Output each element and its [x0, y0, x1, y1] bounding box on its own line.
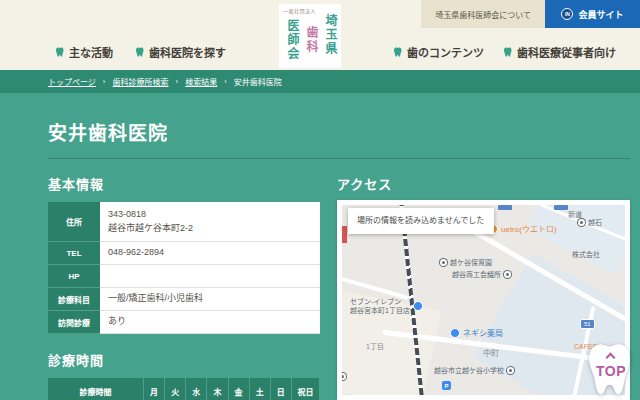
map-label-company: 株式会社 [572, 249, 600, 259]
breadcrumb: トップページ › 歯科診療所検索 › 検索結果 › 安井歯科医院 [0, 70, 640, 93]
site-logo[interactable]: 一般社団法人 埼玉県 歯科 医師会 [279, 4, 341, 68]
info-row-label: HP [48, 265, 100, 288]
hours-col-sat: 土 [250, 378, 271, 400]
map-label-koshiishi[interactable]: 越石 [578, 217, 602, 227]
breadcrumb-current: 安井歯科医院 [234, 76, 282, 87]
breadcrumb-clinic-search[interactable]: 歯科診療所検索 [113, 76, 169, 87]
school-icon [507, 367, 514, 374]
login-icon: IN [561, 8, 573, 20]
parking-icon: P [442, 381, 451, 390]
tel-value: 048-962-2894 [108, 246, 312, 260]
hours-col-mon: 月 [144, 378, 165, 400]
home-visit-value: あり [108, 315, 312, 329]
breadcrumb-search-results[interactable]: 検索結果 [185, 76, 217, 87]
pharmacy-icon [450, 328, 460, 338]
nav-item-main-activities[interactable]: 主な活動 [55, 44, 113, 60]
hours-col-thu: 木 [207, 378, 228, 400]
map-error-popup: 場所の情報を読み込めませんでした [348, 208, 494, 234]
hours-col-sun: 日 [271, 378, 292, 400]
map-label-chamber-of-commerce[interactable]: 越谷商工会議所 [452, 269, 511, 279]
map-label-text: 越谷市立越ケ谷小学校 [434, 365, 504, 375]
logo-corp-type: 一般社団法人 [283, 7, 316, 14]
place-poi-icon [440, 259, 447, 266]
info-row-address: 住所 343-0818 越谷市越ケ谷本町2-2 [48, 202, 320, 242]
info-row-label: 訪問診療 [48, 311, 100, 334]
tooth-icon [135, 47, 145, 58]
info-row-tel: TEL 048-962-2894 [48, 242, 320, 265]
map-label-uetro[interactable]: uetro(ウエトロ) [488, 223, 557, 234]
info-row-label: 住所 [48, 202, 100, 242]
breadcrumb-separator: › [224, 77, 227, 86]
member-site-label: 会員サイト [578, 8, 623, 21]
info-row-departments: 診療科目 一般/矯正歯科/小児歯科 [48, 288, 320, 311]
hours-col-wed: 水 [186, 378, 207, 400]
nav-label: 歯科医院を探す [149, 44, 226, 60]
nav-item-professionals[interactable]: 歯科医療従事者向け [503, 44, 616, 60]
map-error-text: 場所の情報を読み込めませんでした [357, 216, 484, 225]
access-heading: アクセス [337, 174, 392, 193]
hours-col-fri: 金 [229, 378, 250, 400]
tooth-icon [503, 47, 513, 58]
map-poi-dot [342, 373, 346, 380]
map-label-itchome: 1丁目 [366, 341, 384, 351]
transit-station-icon [578, 219, 585, 226]
back-to-top-button[interactable]: TOP [580, 341, 640, 400]
top-button-label: TOP [580, 363, 640, 379]
map-label-nakacho: 中町 [483, 347, 499, 358]
basic-info-heading: 基本情報 [48, 174, 104, 193]
logo-text-saitama: 埼玉県 [324, 14, 336, 56]
nav-item-find-clinic[interactable]: 歯科医院を探す [135, 44, 226, 60]
logo-text-ishikai: 医師会 [286, 19, 298, 61]
nav-label: 歯科医療従事者向け [517, 44, 616, 60]
info-row-hp: HP [48, 265, 320, 288]
breadcrumb-separator: › [176, 77, 179, 86]
tooth-icon [55, 47, 65, 58]
about-association-link[interactable]: 埼玉県歯科医師会について [421, 0, 545, 28]
page-title: 安井歯科医院 [48, 118, 168, 145]
map-label-text: セブン-イレブン [350, 297, 410, 306]
place-poi-icon [342, 373, 346, 380]
title-divider [48, 158, 630, 159]
hours-heading: 診療時間 [48, 350, 104, 369]
breadcrumb-separator: › [103, 77, 106, 86]
site-header: 埼玉県歯科医師会について IN 会員サイト 主な活動 歯科医院を探す 歯のコンテ… [0, 0, 640, 70]
map-label-pharmacy[interactable]: ネギシ薬局 [450, 327, 503, 338]
hours-col-tue: 火 [165, 378, 186, 400]
hours-col-holiday: 祝日 [292, 378, 320, 400]
map-label-seven-eleven[interactable]: セブン-イレブン 越谷宮本町1丁目店 [350, 297, 423, 315]
map-label-text: 越谷商工会議所 [452, 269, 501, 279]
map-label-text: 越石 [588, 217, 602, 227]
basic-info-table: 住所 343-0818 越谷市越ケ谷本町2-2 TEL 048-962-2894… [48, 202, 320, 334]
nav-item-teeth-contents[interactable]: 歯のコンテンツ [393, 44, 484, 60]
departments-value: 一般/矯正歯科/小児歯科 [108, 292, 312, 306]
address-text: 越谷市越ケ谷本町2-2 [108, 222, 312, 236]
map-label-elementary-school[interactable]: 越谷市立越ケ谷小学校 [434, 365, 514, 375]
place-poi-icon [504, 271, 511, 278]
map-label-text: 株式会社 [572, 249, 600, 259]
map-label-text: 越ケ谷保育園 [450, 257, 492, 267]
member-site-button[interactable]: IN 会員サイト [545, 0, 640, 28]
convenience-store-icon [413, 301, 423, 311]
info-row-label: TEL [48, 242, 100, 265]
postal-code: 343-0818 [108, 208, 312, 222]
map-red-sign [342, 226, 347, 243]
map-label-text: 越谷宮本町1丁目店 [350, 306, 410, 315]
map-label-text: 中町 [483, 347, 499, 358]
map-label-parking[interactable]: P [442, 381, 451, 390]
map-route-marker [554, 205, 568, 210]
hours-table: 診療時間 月 火 水 木 金 土 日 祝日 [48, 378, 320, 400]
map-label-nursery[interactable]: 越ケ谷保育園 [440, 257, 492, 267]
info-row-label: 診療科目 [48, 288, 100, 311]
page: 埼玉県歯科医師会について IN 会員サイト 主な活動 歯科医院を探す 歯のコンテ… [0, 0, 640, 400]
map-route-marker [498, 205, 512, 210]
info-row-home-visit: 訪問診療 あり [48, 311, 320, 334]
route-shield: 51 [580, 319, 595, 329]
nav-label: 歯のコンテンツ [407, 44, 484, 60]
tooth-icon [393, 47, 403, 58]
hours-header-label: 診療時間 [48, 378, 144, 400]
map-label-text: ネギシ薬局 [463, 327, 503, 338]
logo-text-shika: 歯科 [305, 26, 317, 54]
nav-label: 主な活動 [69, 44, 113, 60]
map-label-text: 1丁目 [366, 341, 384, 351]
breadcrumb-top-page[interactable]: トップページ [48, 76, 96, 87]
